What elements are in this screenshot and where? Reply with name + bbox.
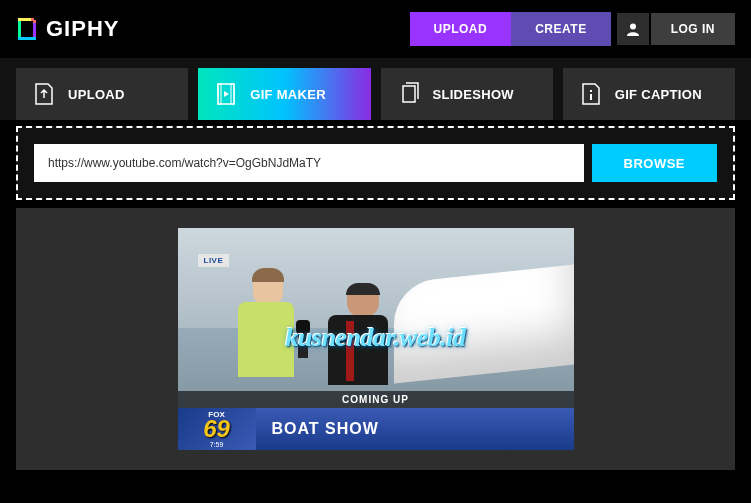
tab-gif-caption[interactable]: GIF CAPTION — [563, 68, 735, 120]
giphy-logo-icon — [16, 16, 38, 42]
create-button[interactable]: CREATE — [511, 12, 610, 46]
svg-rect-8 — [218, 84, 221, 104]
network-label: FOX — [208, 410, 224, 419]
tab-label: UPLOAD — [68, 87, 125, 102]
svg-rect-5 — [33, 20, 36, 23]
slideshow-icon — [399, 82, 419, 106]
user-icon[interactable] — [617, 13, 649, 45]
preview-area: LIVE kusnendar.web.id COMING UP FOX 69 7… — [16, 208, 735, 470]
tab-upload[interactable]: UPLOAD — [16, 68, 188, 120]
svg-rect-0 — [18, 18, 21, 40]
tabs: UPLOAD GIF MAKER SLIDESHOW GIF CAPTION — [0, 58, 751, 120]
headline: BOAT SHOW — [272, 420, 379, 438]
time-label: 7:59 — [210, 441, 224, 448]
watermark: kusnendar.web.id — [178, 323, 574, 353]
film-icon — [216, 82, 236, 106]
header-buttons: UPLOAD CREATE — [410, 12, 611, 46]
video-preview: LIVE kusnendar.web.id COMING UP FOX 69 7… — [178, 228, 574, 450]
coming-up-label: COMING UP — [178, 391, 574, 408]
tab-label: GIF MAKER — [250, 87, 326, 102]
svg-rect-11 — [590, 94, 592, 100]
upload-button[interactable]: UPLOAD — [410, 12, 512, 46]
channel-box: FOX 69 7:59 — [178, 408, 256, 450]
svg-rect-9 — [231, 84, 234, 104]
header: GIPHY UPLOAD CREATE LOG IN — [0, 0, 751, 58]
logo[interactable]: GIPHY — [16, 16, 119, 42]
login-button[interactable]: LOG IN — [651, 13, 735, 45]
svg-rect-3 — [18, 37, 36, 40]
browse-button[interactable]: BROWSE — [592, 144, 718, 182]
url-input[interactable] — [34, 144, 584, 182]
svg-rect-10 — [590, 90, 592, 92]
tab-gif-maker[interactable]: GIF MAKER — [198, 68, 370, 120]
live-badge: LIVE — [198, 254, 230, 267]
upload-icon — [34, 82, 54, 106]
tab-label: SLIDESHOW — [433, 87, 514, 102]
headline-box: BOAT SHOW — [256, 408, 574, 450]
svg-rect-2 — [18, 18, 31, 21]
tab-label: GIF CAPTION — [615, 87, 702, 102]
logo-text: GIPHY — [46, 16, 119, 42]
channel-number: 69 — [203, 417, 230, 441]
svg-point-6 — [630, 24, 636, 30]
url-input-area: BROWSE — [16, 126, 735, 200]
tab-slideshow[interactable]: SLIDESHOW — [381, 68, 553, 120]
caption-icon — [581, 82, 601, 106]
lower-third: COMING UP FOX 69 7:59 BOAT SHOW — [178, 391, 574, 450]
